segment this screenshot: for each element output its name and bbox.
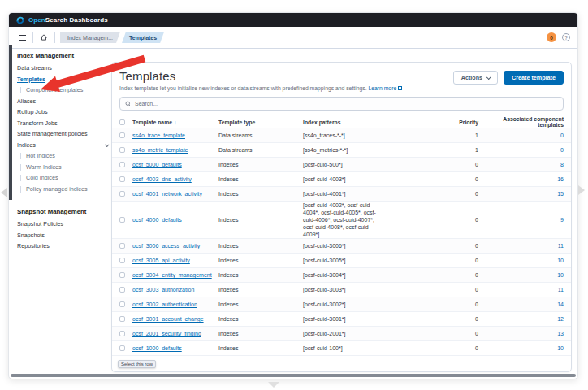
sidebar-item-label: Aliases — [17, 98, 36, 105]
sidebar-item-aliases[interactable]: Aliases — [17, 98, 111, 105]
learn-more-link[interactable]: Learn more — [368, 85, 396, 91]
help-icon[interactable]: ? — [562, 33, 570, 41]
template-name-link[interactable]: ocsf_3003_authorization — [132, 287, 194, 292]
template-name-link[interactable]: ocsf_3002_authentication — [132, 301, 197, 307]
priority-cell: 0 — [451, 316, 478, 322]
sidebar-item-repositories[interactable]: Repositories — [17, 243, 111, 249]
sidebar-item-policy-managed-indices[interactable]: Policy managed indices — [20, 186, 111, 193]
row-checkbox[interactable] — [119, 147, 125, 153]
sidebar-item-indices[interactable]: Indices — [17, 142, 111, 149]
row-checkbox[interactable] — [119, 217, 125, 223]
template-name-link[interactable]: ocsf_1000_defaults — [132, 345, 182, 351]
template-name-link[interactable]: ocsf_3006_access_activity — [132, 243, 200, 249]
row-checkbox[interactable] — [119, 132, 125, 138]
row-checkbox[interactable] — [119, 287, 125, 292]
sidebar-item-cold-indices[interactable]: Cold Indices — [20, 175, 111, 181]
row-checkbox[interactable] — [119, 345, 125, 351]
associated-count-link[interactable]: 9 — [560, 217, 564, 223]
template-name-link[interactable]: ocsf_3004_entity_management — [132, 272, 212, 278]
template-name-link[interactable]: ocsf_2001_security_finding — [132, 331, 201, 336]
sidebar-item-label: Cold Indices — [26, 175, 58, 181]
horizontal-scrollbar[interactable] — [11, 374, 576, 377]
associated-count-link[interactable]: 14 — [557, 301, 564, 307]
template-name-link[interactable]: ocsf_3005_api_activity — [132, 258, 190, 263]
table-row: ss4o_metric_template Data streams [ss4o_… — [112, 143, 571, 158]
sidebar-item-data-streams[interactable]: Data streams — [17, 65, 111, 72]
create-template-button[interactable]: Create template — [504, 71, 564, 84]
sidebar-item-component-templates[interactable]: Component templates — [20, 87, 111, 93]
associated-count-link[interactable]: 0 — [560, 132, 564, 138]
index-patterns-cell: [ocsf-cuid-4001*] — [303, 190, 346, 197]
home-button[interactable] — [38, 32, 50, 43]
column-header-template-name[interactable]: Template name↓ — [132, 119, 218, 125]
associated-count-link[interactable]: 0 — [560, 147, 564, 153]
row-checkbox[interactable] — [119, 301, 125, 307]
associated-count-link[interactable]: 16 — [557, 176, 564, 182]
associated-count-link[interactable]: 13 — [557, 331, 564, 336]
column-header-associated[interactable]: Associated component templates — [478, 116, 564, 128]
nav-right-controls: 0 ? — [547, 32, 570, 42]
sidebar-item-rollup-jobs[interactable]: Rollup Jobs — [17, 109, 111, 115]
row-checkbox[interactable] — [119, 258, 125, 263]
template-name-link[interactable]: ocsf_4000_defaults — [132, 217, 182, 223]
sidebar-item-state-management-policies[interactable]: State management policies — [17, 131, 111, 137]
sidebar-item-label: Templates — [17, 76, 45, 83]
select-all-checkbox[interactable] — [119, 119, 125, 125]
associated-count-link[interactable]: 10 — [557, 272, 564, 278]
column-header-priority[interactable]: Priority — [451, 119, 478, 125]
priority-cell: 0 — [451, 162, 478, 167]
row-checkbox[interactable] — [119, 162, 125, 167]
actions-button[interactable]: Actions — [453, 71, 498, 84]
breadcrumb-index-managem-[interactable]: Index Managem... — [60, 32, 120, 43]
row-checkbox[interactable] — [119, 272, 125, 278]
template-name-link[interactable]: ss4o_trace_template — [132, 132, 185, 138]
home-icon — [40, 33, 48, 41]
sidebar-item-snapshot-policies[interactable]: Snapshot Policies — [17, 221, 111, 228]
sidebar-item-label: Indices — [17, 142, 36, 149]
carousel-prev-icon[interactable] — [1, 188, 7, 197]
carousel-next-icon[interactable] — [578, 185, 585, 195]
template-name-link[interactable]: ocsf_3001_account_change — [132, 316, 204, 322]
index-patterns-cell: [ocsf-cuid-3004*] — [303, 271, 346, 279]
template-name-link[interactable]: ocsf_4001_network_activity — [132, 191, 202, 197]
menu-toggle-button[interactable] — [16, 32, 28, 43]
sidebar-item-transform-jobs[interactable]: Transform Jobs — [17, 120, 111, 127]
index-patterns-cell: [ocsf-cuid-3002*] — [303, 301, 346, 308]
template-type-cell: Indexes — [218, 258, 303, 263]
priority-cell: 0 — [451, 217, 478, 223]
template-type-cell: Data streams — [218, 147, 303, 153]
row-checkbox[interactable] — [119, 243, 125, 249]
table-row: ss4o_trace_template Data streams [ss4o_t… — [112, 128, 571, 143]
sidebar-item-snapshots[interactable]: Snapshots — [17, 232, 111, 239]
row-checkbox[interactable] — [119, 331, 125, 336]
associated-count-link[interactable]: 11 — [558, 287, 564, 292]
table-row: ocsf_3006_access_activity Indexes [ocsf-… — [112, 239, 571, 254]
search-input[interactable]: Search... — [119, 97, 564, 110]
associated-count-link[interactable]: 8 — [560, 162, 564, 167]
row-checkbox[interactable] — [119, 316, 125, 322]
sidebar-navigation: Index Management Data streams Templates … — [17, 52, 111, 254]
table-row: ocsf_5000_defaults Indexes [ocsf-cuid-50… — [112, 158, 571, 172]
associated-count-link[interactable]: 15 — [557, 191, 564, 197]
priority-cell: 0 — [451, 301, 478, 307]
sidebar-item-templates[interactable]: Templates — [17, 76, 111, 83]
table-header-row: Template name↓ Template type Index patte… — [112, 116, 571, 128]
row-checkbox[interactable] — [119, 191, 125, 197]
associated-count-link[interactable]: 10 — [557, 345, 564, 351]
page-title: Templates — [119, 69, 402, 83]
template-name-link[interactable]: ocsf_4003_dns_activity — [132, 176, 192, 182]
row-checkbox[interactable] — [119, 176, 125, 182]
column-header-index-patterns[interactable]: Index patterns — [303, 119, 451, 125]
carousel-down-icon[interactable] — [268, 382, 279, 388]
associated-count-link[interactable]: 11 — [558, 243, 564, 249]
template-name-link[interactable]: ocsf_5000_defaults — [132, 162, 182, 167]
associated-count-link[interactable]: 10 — [557, 258, 564, 263]
index-patterns-cell: [ocsf-cuid-4003*] — [303, 176, 346, 183]
template-name-link[interactable]: ss4o_metric_template — [132, 147, 188, 153]
breadcrumb-templates[interactable]: Templates — [122, 32, 164, 43]
sidebar-item-warm-indices[interactable]: Warm Indices — [20, 164, 111, 171]
notification-badge[interactable]: 0 — [547, 32, 556, 42]
sidebar-item-hot-indices[interactable]: Hot Indices — [20, 153, 111, 159]
associated-count-link[interactable]: 12 — [557, 316, 564, 322]
column-header-template-type[interactable]: Template type — [218, 119, 303, 125]
